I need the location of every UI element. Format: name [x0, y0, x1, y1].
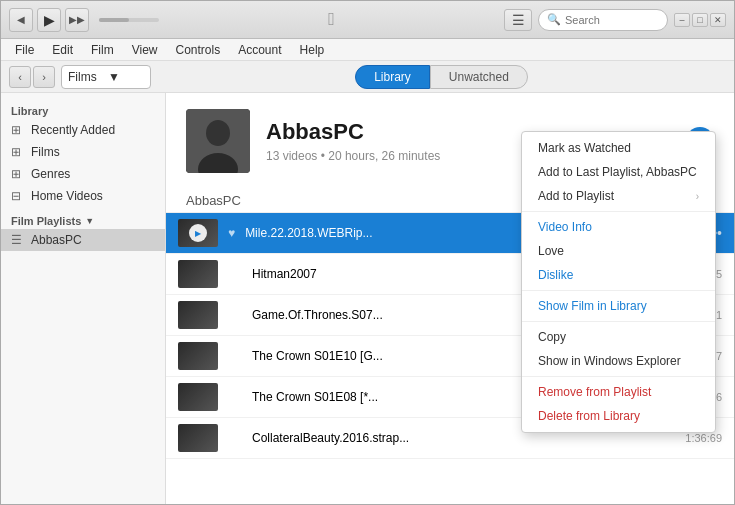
sidebar-playlist-item[interactable]: ☰AbbasPC [1, 229, 165, 251]
playlist-icon: ☰ [11, 233, 25, 247]
nav-back-button[interactable]: ‹ [9, 66, 31, 88]
tab-group: LibraryUnwatched [355, 65, 528, 89]
avatar [186, 109, 250, 173]
track-title: CollateralBeauty.2016.strap... [252, 431, 675, 445]
maximize-button[interactable]: □ [692, 13, 708, 27]
sidebar-label: Home Videos [31, 189, 103, 203]
close-button[interactable]: ✕ [710, 13, 726, 27]
titlebar: ◀ ▶ ▶▶  ☰ 🔍 – □ ✕ [1, 1, 734, 39]
context-menu-item-add-to-playlist[interactable]: Add to Playlist› [522, 184, 715, 208]
track-thumbnail [178, 260, 218, 288]
context-menu-item-copy[interactable]: Copy [522, 325, 715, 349]
volume-slider[interactable] [99, 18, 159, 22]
context-menu-label: Add to Last Playlist, AbbasPC [538, 165, 697, 179]
search-input[interactable] [565, 14, 665, 26]
apple-logo:  [165, 9, 498, 30]
menu-item-view[interactable]: View [124, 41, 166, 59]
sidebar-label: Films [31, 145, 60, 159]
context-menu-separator [522, 211, 715, 212]
context-menu-label: Delete from Library [538, 409, 640, 423]
track-thumbnail [178, 383, 218, 411]
content-area: AbbasPC 13 videos • 20 hours, 26 minutes… [166, 93, 734, 504]
back-button[interactable]: ◀ [9, 8, 33, 32]
search-icon: 🔍 [547, 13, 561, 26]
library-section-title: Library [1, 101, 165, 119]
track-thumbnail: ▶ [178, 219, 218, 247]
context-menu-item-dislike[interactable]: Dislike [522, 263, 715, 287]
main-window: ◀ ▶ ▶▶  ☰ 🔍 – □ ✕ FileEditFilmViewContr… [0, 0, 735, 505]
context-menu-item-love[interactable]: Love [522, 239, 715, 263]
context-menu-label: Add to Playlist [538, 189, 614, 203]
location-dropdown-icon[interactable]: ▼ [108, 70, 144, 84]
track-thumbnail [178, 301, 218, 329]
context-menu-label: Dislike [538, 268, 573, 282]
context-menu-label: Show in Windows Explorer [538, 354, 681, 368]
menu-item-film[interactable]: Film [83, 41, 122, 59]
menu-item-controls[interactable]: Controls [168, 41, 229, 59]
context-menu-item-show-film-in-library[interactable]: Show Film in Library [522, 294, 715, 318]
minimize-button[interactable]: – [674, 13, 690, 27]
context-menu-item-add-to-last-playlist-abbaspc[interactable]: Add to Last Playlist, AbbasPC [522, 160, 715, 184]
sidebar-label: Recently Added [31, 123, 115, 137]
playlist-label: AbbasPC [31, 233, 82, 247]
navbar: ‹ › Films ▼ LibraryUnwatched [1, 61, 734, 93]
nav-arrows: ‹ › [9, 66, 55, 88]
window-controls: – □ ✕ [674, 13, 726, 27]
menu-item-file[interactable]: File [7, 41, 42, 59]
svg-point-1 [206, 120, 230, 146]
context-menu-label: Mark as Watched [538, 141, 631, 155]
submenu-arrow-icon: › [696, 191, 699, 202]
menubar: FileEditFilmViewControlsAccountHelp [1, 39, 734, 61]
context-menu-label: Remove from Playlist [538, 385, 651, 399]
context-menu-label: Video Info [538, 220, 592, 234]
sidebar-label: Genres [31, 167, 70, 181]
context-menu-separator [522, 376, 715, 377]
sidebar-icon: ⊟ [11, 189, 25, 203]
play-overlay-icon: ▶ [189, 224, 207, 242]
location-box[interactable]: Films ▼ [61, 65, 151, 89]
context-menu-item-mark-as-watched[interactable]: Mark as Watched [522, 136, 715, 160]
context-menu-item-show-in-windows-explorer[interactable]: Show in Windows Explorer [522, 349, 715, 373]
collapse-icon[interactable]: ▼ [85, 216, 94, 226]
track-thumbnail [178, 424, 218, 452]
avatar-image [186, 109, 250, 173]
tab-unwatched[interactable]: Unwatched [430, 65, 528, 89]
track-thumbnail [178, 342, 218, 370]
context-menu-item-remove-from-playlist[interactable]: Remove from Playlist [522, 380, 715, 404]
sidebar-item-recently-added[interactable]: ⊞Recently Added [1, 119, 165, 141]
context-menu-separator [522, 290, 715, 291]
context-menu-label: Show Film in Library [538, 299, 647, 313]
context-menu-label: Copy [538, 330, 566, 344]
track-duration: 1:36:69 [685, 432, 722, 444]
context-menu-label: Love [538, 244, 564, 258]
sidebar-icon: ⊞ [11, 145, 25, 159]
menu-item-help[interactable]: Help [292, 41, 333, 59]
search-box[interactable]: 🔍 [538, 9, 668, 31]
sidebar: Library ⊞Recently Added⊞Films⊞Genres⊟Hom… [1, 93, 166, 504]
titlebar-right: ☰ 🔍 [504, 9, 668, 31]
sidebar-item-films[interactable]: ⊞Films [1, 141, 165, 163]
tab-library[interactable]: Library [355, 65, 430, 89]
list-view-button[interactable]: ☰ [504, 9, 532, 31]
sidebar-icon: ⊞ [11, 167, 25, 181]
main-area: Library ⊞Recently Added⊞Films⊞Genres⊟Hom… [1, 93, 734, 504]
play-button[interactable]: ▶ [37, 8, 61, 32]
menu-item-account[interactable]: Account [230, 41, 289, 59]
context-menu: Mark as WatchedAdd to Last Playlist, Abb… [521, 131, 716, 433]
sidebar-item-genres[interactable]: ⊞Genres [1, 163, 165, 185]
context-menu-separator [522, 321, 715, 322]
context-menu-item-delete-from-library[interactable]: Delete from Library [522, 404, 715, 428]
heart-icon[interactable]: ♥ [228, 226, 235, 240]
playback-controls: ◀ ▶ ▶▶ [9, 8, 89, 32]
sidebar-item-home-videos[interactable]: ⊟Home Videos [1, 185, 165, 207]
context-menu-item-video-info[interactable]: Video Info [522, 215, 715, 239]
playlists-section-title: Film Playlists ▼ [1, 207, 165, 229]
nav-forward-button[interactable]: › [33, 66, 55, 88]
menu-item-edit[interactable]: Edit [44, 41, 81, 59]
location-label: Films [68, 70, 104, 84]
sidebar-icon: ⊞ [11, 123, 25, 137]
forward-button[interactable]: ▶▶ [65, 8, 89, 32]
